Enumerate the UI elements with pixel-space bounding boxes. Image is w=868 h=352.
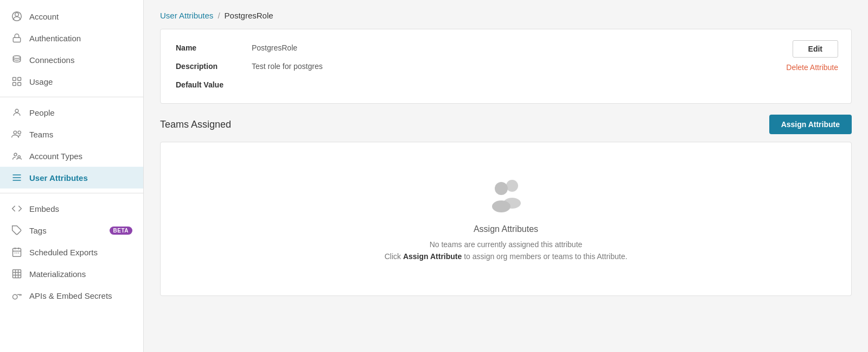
sidebar-item-label: Account Types (29, 152, 82, 161)
empty-desc-line1: No teams are currently assigned this att… (430, 240, 583, 249)
main-content: User Attributes / PostgresRole Name Post… (144, 0, 868, 352)
svg-point-36 (492, 200, 510, 212)
account-types-icon (11, 150, 23, 161)
empty-users-icon (482, 175, 531, 213)
svg-point-11 (14, 153, 17, 156)
sidebar-item-apis[interactable]: APIs & Embed Secrets (0, 285, 143, 306)
card-actions: Edit Delete Attribute (786, 40, 838, 72)
svg-point-33 (506, 180, 518, 192)
sidebar-item-label: Materializations (29, 269, 86, 279)
svg-rect-24 (13, 270, 21, 278)
key-icon (11, 290, 23, 301)
sidebar-item-label: APIs & Embed Secrets (29, 291, 112, 300)
name-value: PostgresRole (252, 42, 836, 53)
default-label: Default Value (176, 79, 252, 90)
table-grid-icon (11, 268, 23, 279)
sidebar-item-label: Connections (29, 55, 74, 65)
sidebar-item-people[interactable]: People (0, 102, 143, 123)
empty-icon-group (482, 175, 531, 215)
svg-rect-4 (13, 78, 16, 81)
tag-icon (11, 225, 23, 236)
sidebar-item-label: Account (29, 12, 59, 21)
svg-rect-2 (13, 37, 21, 42)
chart-grid-icon (11, 76, 23, 87)
description-value: Test role for postgres (252, 61, 836, 72)
svg-point-35 (495, 182, 508, 195)
edit-button[interactable]: Edit (793, 40, 838, 58)
empty-desc-prefix: Click (385, 252, 403, 261)
sidebar-item-teams[interactable]: Teams (0, 123, 143, 145)
assign-attribute-button[interactable]: Assign Attribute (769, 115, 852, 134)
sidebar-item-tags[interactable]: Tags BETA (0, 219, 143, 241)
sidebar-item-connections[interactable]: Connections (0, 49, 143, 71)
sidebar-item-label: Authentication (29, 34, 81, 43)
list-lines-icon (11, 172, 23, 183)
beta-badge: BETA (110, 227, 132, 235)
sidebar-item-label: Usage (29, 77, 53, 86)
divider-1 (0, 97, 143, 97)
svg-point-0 (15, 12, 19, 16)
sidebar-item-label: Teams (29, 130, 53, 139)
person-group-icon (11, 129, 23, 140)
sidebar-group-top: Account Authentication Connections Usage (0, 5, 143, 92)
svg-rect-5 (18, 78, 21, 81)
empty-title: Assign Attributes (474, 224, 538, 234)
breadcrumb-link[interactable]: User Attributes (160, 11, 213, 20)
sidebar-item-label: People (29, 108, 55, 117)
sidebar-item-account-types[interactable]: Account Types (0, 145, 143, 167)
svg-point-3 (13, 56, 20, 59)
sidebar-item-label: User Attributes (29, 173, 88, 183)
sidebar-item-scheduled-exports[interactable]: Scheduled Exports (0, 241, 143, 263)
sidebar-item-label: Tags (29, 226, 47, 235)
svg-rect-7 (18, 83, 21, 86)
empty-desc: No teams are currently assigned this att… (385, 238, 628, 263)
sidebar-item-authentication[interactable]: Authentication (0, 27, 143, 49)
sidebar-group-bot: Embeds Tags BETA Scheduled Exports Mater… (0, 198, 143, 306)
empty-panel: Assign Attributes No teams are currently… (160, 142, 852, 296)
sidebar-item-user-attributes[interactable]: User Attributes (0, 167, 143, 188)
breadcrumb: User Attributes / PostgresRole (160, 11, 852, 20)
calendar-grid-icon (11, 247, 23, 257)
svg-point-29 (13, 294, 17, 299)
default-value (252, 79, 836, 90)
sidebar-item-label: Embeds (29, 204, 59, 213)
sidebar-item-label: Scheduled Exports (29, 248, 98, 257)
breadcrumb-separator: / (218, 11, 220, 20)
sidebar-item-embeds[interactable]: Embeds (0, 198, 143, 219)
delete-button[interactable]: Delete Attribute (786, 63, 838, 72)
attribute-card: Name PostgresRole Description Test role … (160, 29, 852, 104)
empty-desc-suffix: to assign org members or teams to this A… (462, 252, 627, 261)
svg-rect-6 (13, 83, 16, 86)
name-label: Name (176, 42, 252, 53)
database-stack-icon (11, 54, 23, 65)
teams-section-title: Teams Assigned (160, 119, 231, 130)
divider-2 (0, 193, 143, 193)
svg-point-9 (14, 131, 17, 134)
breadcrumb-current: PostgresRole (225, 11, 273, 20)
code-icon (11, 203, 23, 214)
person-circle-icon (11, 11, 23, 22)
lock-icon (11, 33, 23, 43)
sidebar: Account Authentication Connections Usage (0, 0, 144, 352)
sidebar-item-account[interactable]: Account (0, 5, 143, 27)
attribute-grid: Name PostgresRole Description Test role … (176, 42, 836, 90)
description-label: Description (176, 61, 252, 72)
sidebar-group-mid: People Teams Account Types User Attribut… (0, 102, 143, 188)
sidebar-item-usage[interactable]: Usage (0, 71, 143, 92)
sidebar-item-materializations[interactable]: Materializations (0, 263, 143, 285)
svg-point-10 (18, 131, 21, 134)
teams-section-header: Teams Assigned Assign Attribute (160, 115, 852, 134)
empty-desc-bold: Assign Attribute (403, 252, 462, 261)
svg-point-8 (15, 109, 18, 112)
person-icon (11, 107, 23, 118)
